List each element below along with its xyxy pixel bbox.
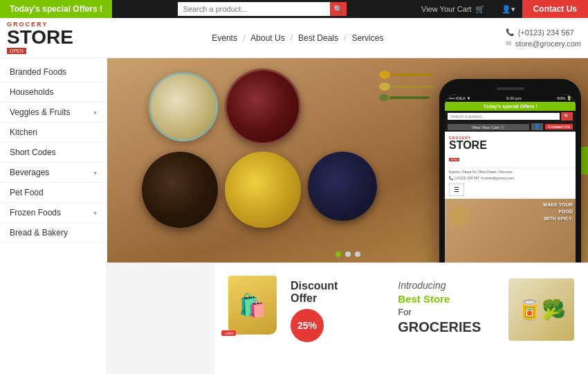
intro-groceries: GROCERIES xyxy=(398,319,481,335)
cart-icon: 🛒 xyxy=(475,5,485,14)
chevron-down-icon: ▾ xyxy=(93,169,97,177)
intro-for: For xyxy=(398,307,481,317)
sidebar-label: Pet Food xyxy=(10,188,44,197)
phone-email: store@grocery.com xyxy=(484,176,514,180)
phone-hero-line1: MAKE YOUR xyxy=(543,202,573,208)
sidebar-label: Households xyxy=(10,87,53,97)
discount-badge: 25% xyxy=(291,309,324,342)
dot-1[interactable] xyxy=(336,251,341,257)
phone-contact-label: Contact Us xyxy=(548,125,570,129)
phone-phone: (+0123) 234 567 xyxy=(454,176,479,180)
sidebar-item-pet-food[interactable]: Pet Food xyxy=(0,183,107,203)
phone-cart-button[interactable]: View Your Cart 🛒 xyxy=(448,124,529,130)
sidebar-label: Short Codes xyxy=(10,148,56,157)
sidebar-item-veggies[interactable]: Veggies & Fruits ▾ xyxy=(0,103,107,123)
phone-offers-bar: Today's special Offers ! xyxy=(445,102,576,111)
intro-label: Introducing xyxy=(398,280,481,291)
sidebar-item-households[interactable]: Households xyxy=(0,82,107,103)
phone-nav-items: Events / About Us / Best Deals / Service… xyxy=(449,170,512,174)
phone-contact-button[interactable]: Contact Us xyxy=(545,124,573,130)
phone-logo-open: OPEN xyxy=(449,158,459,161)
phone-hamburger-button[interactable]: ☰ xyxy=(449,184,464,196)
top-search-area: 🔍 xyxy=(112,2,412,16)
introducing-area: Introducing Best Store For GROCERIES xyxy=(398,280,481,335)
chevron-down-icon: ▾ xyxy=(93,109,97,116)
sidebar-item-short-codes[interactable]: Short Codes xyxy=(0,143,107,163)
sidebar-item-kitchen[interactable]: Kitchen xyxy=(0,123,107,143)
bowl-turmeric xyxy=(225,152,301,228)
content-area: •••• IDEA ▼ 9:20 pm 90% 🔋 Today's specia… xyxy=(107,58,588,374)
header-email: store@grocery.com xyxy=(515,39,581,48)
bottom-sidebar-spacer xyxy=(107,263,214,374)
contact-label: Contact Us xyxy=(533,4,577,14)
bowl-cloves xyxy=(142,152,218,228)
email-icon: ✉ xyxy=(506,39,511,47)
bowl-grains xyxy=(149,72,218,141)
phone-logo: GROCERY STORE OPEN xyxy=(445,132,576,168)
hero-slider[interactable]: •••• IDEA ▼ 9:20 pm 90% 🔋 Today's specia… xyxy=(107,58,588,262)
sidebar-item-beverages[interactable]: Beverages ▾ xyxy=(0,163,107,183)
phone-user-button[interactable]: 👤 xyxy=(531,123,543,130)
phone-hero-line3: WITH SPICY. xyxy=(543,215,573,222)
bowl-dark-spice xyxy=(225,69,301,145)
phone-icon: 📞 xyxy=(506,28,514,36)
bottom-section: 🛍️ .com Discount Offer 25% Introducing B… xyxy=(107,262,588,374)
nav-about[interactable]: About Us xyxy=(248,33,287,43)
header: GROCERY STORE OPEN Events / About Us / B… xyxy=(0,18,588,58)
phone-hero-line2: FOOD xyxy=(543,208,573,215)
header-contact-info: 📞 (+0123) 234 567 ✉ store@grocery.com xyxy=(506,28,581,48)
hero-dots xyxy=(336,251,360,257)
phone-nav: Events / About Us / Best Deals / Service… xyxy=(445,168,576,175)
phone-contact-info: 📞 (+0123) 234 567 ✉ store@grocery.com xyxy=(445,175,576,181)
logo-store: STORE xyxy=(7,28,90,47)
nav-services[interactable]: Services xyxy=(349,33,386,43)
nav-best-deals[interactable]: Best Deals xyxy=(295,33,341,43)
spoons-area xyxy=(379,71,436,101)
sidebar-item-branded-foods[interactable]: Branded Foods xyxy=(0,62,107,82)
user-button[interactable]: 👤▾ xyxy=(495,5,522,14)
header-phone: (+0123) 234 567 xyxy=(518,28,574,37)
contact-button[interactable]: Contact Us xyxy=(522,0,588,18)
grocery-image: 🥫🥦 xyxy=(508,278,574,341)
sidebar-item-frozen-foods[interactable]: Frozen Foods ▾ xyxy=(0,203,107,223)
hero-image: •••• IDEA ▼ 9:20 pm 90% 🔋 Today's specia… xyxy=(107,58,588,262)
sidebar-label: Branded Foods xyxy=(10,67,66,77)
phone-search-bar: 🔍 xyxy=(445,111,576,122)
dot-2[interactable] xyxy=(345,251,351,257)
com-badge: .com xyxy=(221,330,236,336)
logo-open-badge: OPEN xyxy=(7,48,26,54)
phone-hero: MAKE YOUR FOOD WITH SPICY. xyxy=(445,199,576,262)
sidebar-label: Bread & Bakery xyxy=(10,228,68,238)
offers-label: Today's special Offers ! xyxy=(10,4,102,14)
phone-cart-label: View Your Cart xyxy=(472,125,499,130)
phone-offers-label: Today's special Offers ! xyxy=(483,104,537,109)
search-button[interactable]: 🔍 xyxy=(330,2,347,16)
dot-3[interactable] xyxy=(355,251,360,257)
top-bar: Today's special Offers ! 🔍 View Your Car… xyxy=(0,0,588,18)
offers-banner[interactable]: Today's special Offers ! xyxy=(0,0,112,18)
phone-search-input[interactable] xyxy=(448,113,560,120)
sidebar-label: Kitchen xyxy=(10,127,37,137)
logo[interactable]: GROCERY STORE OPEN xyxy=(7,21,90,54)
grocery-bag: 🛍️ .com xyxy=(228,276,277,335)
main-area: Branded Foods Households Veggies & Fruit… xyxy=(0,58,588,374)
chevron-down-icon: ▾ xyxy=(93,209,97,217)
cart-label: View Your Cart xyxy=(421,5,472,13)
phone-status-bar: •••• IDEA ▼ 9:20 pm 90% 🔋 xyxy=(445,94,576,102)
intro-best-store: Best Store xyxy=(398,293,481,305)
phone-screen: •••• IDEA ▼ 9:20 pm 90% 🔋 Today's specia… xyxy=(445,94,576,262)
promo-bag-area: 🛍️ .com xyxy=(228,276,277,335)
search-input[interactable] xyxy=(178,2,330,16)
cart-button[interactable]: View Your Cart 🛒 xyxy=(412,5,495,14)
sidebar-label: Frozen Foods xyxy=(10,208,61,217)
discount-area: Discount Offer 25% xyxy=(291,280,363,342)
discount-title: Discount Offer xyxy=(291,280,363,305)
sidebar-label: Beverages xyxy=(10,168,49,177)
sidebar-item-bread-bakery[interactable]: Bread & Bakery xyxy=(0,223,107,243)
phone-mockup: •••• IDEA ▼ 9:20 pm 90% 🔋 Today's specia… xyxy=(439,79,581,262)
bowl-pepper xyxy=(308,152,377,221)
phone-hero-text: MAKE YOUR FOOD WITH SPICY. xyxy=(543,202,573,222)
nav-events[interactable]: Events xyxy=(209,33,240,43)
phone-search-button[interactable]: 🔍 xyxy=(561,112,573,121)
main-nav: Events / About Us / Best Deals / Service… xyxy=(90,33,506,43)
